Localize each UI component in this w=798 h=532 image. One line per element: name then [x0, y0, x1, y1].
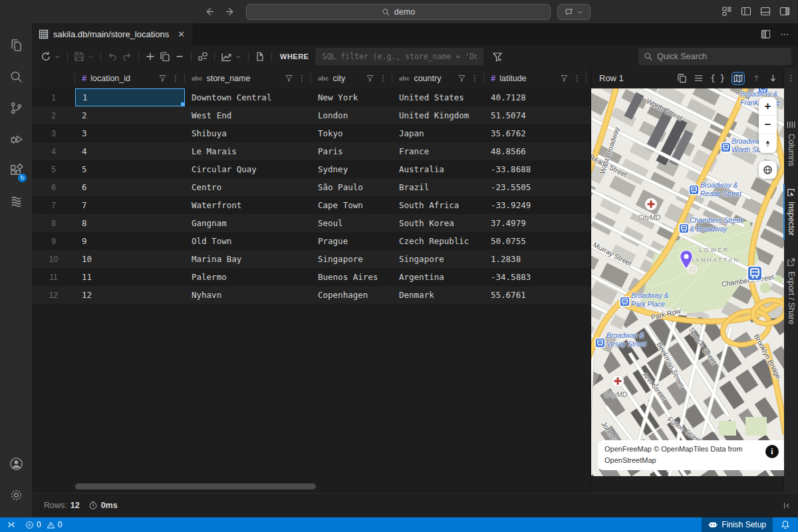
- cell-location_id[interactable]: 1: [75, 88, 185, 106]
- cell-store_name[interactable]: Gangnam: [185, 214, 311, 232]
- cell-latitude[interactable]: 55.6761: [484, 286, 587, 304]
- tab-store-locations[interactable]: sakila.db/main/store_locations ✕: [32, 23, 194, 45]
- refresh-dropdown-icon[interactable]: [52, 51, 63, 63]
- cell-city[interactable]: Cape Town: [311, 196, 392, 214]
- cell-country[interactable]: Argentina: [392, 268, 484, 286]
- database-icon[interactable]: [0, 186, 32, 217]
- cell-location_id[interactable]: 5: [75, 160, 185, 178]
- toggle-sidebar-icon[interactable]: [741, 6, 751, 17]
- extensions-icon[interactable]: ↻: [0, 155, 32, 186]
- duplicate-row-button[interactable]: [158, 49, 172, 64]
- column-header-store_name[interactable]: abcstore_name⋮: [185, 68, 311, 88]
- cell-latitude[interactable]: 1.2838: [484, 250, 587, 268]
- filter-funnel-icon[interactable]: [158, 74, 167, 82]
- attribution-line2[interactable]: OpenStreetMap: [604, 456, 656, 464]
- cell-location_id[interactable]: 4: [75, 142, 185, 160]
- cell-store_name[interactable]: Downtown Central: [185, 88, 311, 106]
- command-center-search[interactable]: demo: [246, 4, 551, 20]
- cell-location_id[interactable]: 2: [75, 106, 185, 124]
- column-header-location_id[interactable]: #location_id⋮: [75, 68, 185, 88]
- save-button[interactable]: [72, 49, 86, 64]
- cell-location_id[interactable]: 3: [75, 124, 185, 142]
- info-icon[interactable]: i: [765, 445, 779, 458]
- zoom-in-button[interactable]: +: [759, 97, 777, 116]
- redo-icon[interactable]: [120, 49, 134, 64]
- cell-store_name[interactable]: Old Town: [185, 232, 311, 250]
- cell-latitude[interactable]: 50.0755: [484, 232, 587, 250]
- sql-filter-input[interactable]: [315, 48, 483, 65]
- problems-indicator[interactable]: 0 0: [21, 517, 66, 532]
- copy-row-icon[interactable]: [677, 73, 687, 83]
- row-number[interactable]: 10: [32, 250, 75, 268]
- cell-store_name[interactable]: Circular Quay: [185, 160, 311, 178]
- cell-country[interactable]: South Korea: [392, 214, 484, 232]
- cell-location_id[interactable]: 6: [75, 178, 185, 196]
- finish-setup-button[interactable]: Finish Setup: [702, 517, 773, 532]
- reorder-columns-icon[interactable]: [196, 49, 210, 64]
- cell-latitude[interactable]: -33.8688: [484, 160, 587, 178]
- row-number[interactable]: 11: [32, 268, 75, 286]
- quick-search-box[interactable]: [638, 48, 791, 65]
- column-menu-icon[interactable]: ⋮: [298, 74, 306, 83]
- cell-latitude[interactable]: -33.9249: [484, 196, 587, 214]
- cell-city[interactable]: Prague: [311, 232, 392, 250]
- cell-store_name[interactable]: Shibuya: [185, 124, 311, 142]
- remote-indicator[interactable]: [0, 517, 21, 532]
- cell-latitude[interactable]: 40.7128: [484, 88, 587, 106]
- more-actions-icon[interactable]: ⋯: [780, 29, 789, 39]
- undo-icon[interactable]: [105, 49, 120, 64]
- filter-funnel-icon[interactable]: [366, 74, 374, 82]
- toggle-secondary-sidebar-icon[interactable]: [779, 6, 790, 17]
- customize-layout-icon[interactable]: [722, 6, 732, 17]
- row-number[interactable]: 6: [32, 178, 75, 196]
- settings-gear-icon[interactable]: [0, 479, 32, 511]
- cell-country[interactable]: United States: [392, 88, 484, 106]
- cell-country[interactable]: Australia: [392, 160, 484, 178]
- cell-country[interactable]: United Kingdom: [392, 106, 484, 124]
- cell-city[interactable]: São Paulo: [311, 178, 392, 196]
- column-header-latitude[interactable]: #latitude⋮: [484, 68, 587, 88]
- notifications-bell-icon[interactable]: [773, 520, 798, 529]
- collapse-panel-icon[interactable]: [781, 501, 791, 511]
- row-number[interactable]: 1: [32, 88, 75, 106]
- cell-city[interactable]: New York: [311, 88, 392, 106]
- column-menu-icon[interactable]: ⋮: [471, 74, 479, 83]
- list-view-icon[interactable]: [694, 73, 704, 83]
- account-icon[interactable]: [0, 448, 32, 479]
- cell-store_name[interactable]: Palermo: [185, 268, 311, 286]
- cell-city[interactable]: Buenos Aires: [311, 268, 392, 286]
- row-number[interactable]: 3: [32, 124, 75, 142]
- export-icon[interactable]: [253, 49, 267, 64]
- zoom-out-button[interactable]: −: [759, 116, 777, 134]
- map-view-icon[interactable]: [732, 72, 745, 85]
- row-number[interactable]: 5: [32, 160, 75, 178]
- cell-location_id[interactable]: 10: [75, 250, 185, 268]
- cell-location_id[interactable]: 11: [75, 268, 185, 286]
- cell-latitude[interactable]: 51.5074: [484, 106, 587, 124]
- column-menu-icon[interactable]: ⋮: [379, 74, 387, 83]
- add-row-button[interactable]: [143, 49, 158, 64]
- column-header-city[interactable]: abccity⋮: [311, 68, 392, 88]
- row-number[interactable]: 9: [32, 232, 75, 250]
- side-tab-columns[interactable]: Columns: [786, 120, 796, 166]
- cell-location_id[interactable]: 12: [75, 286, 185, 304]
- cell-city[interactable]: Paris: [311, 142, 392, 160]
- cell-store_name[interactable]: West End: [185, 106, 311, 124]
- row-number[interactable]: 8: [32, 214, 75, 232]
- source-control-icon[interactable]: [0, 92, 32, 124]
- row-number[interactable]: 12: [32, 286, 75, 304]
- row-number[interactable]: 4: [32, 142, 75, 160]
- copilot-chat-button[interactable]: [557, 4, 591, 20]
- row-number[interactable]: 7: [32, 196, 75, 214]
- cell-location_id[interactable]: 9: [75, 232, 185, 250]
- map-view[interactable]: LOWERMANHATTAN West BroadwayWorth Street…: [591, 88, 784, 476]
- cell-country[interactable]: Brazil: [392, 178, 484, 196]
- delete-row-button[interactable]: [172, 49, 187, 64]
- filter-funnel-icon[interactable]: [458, 74, 466, 82]
- chart-button[interactable]: [219, 49, 234, 65]
- side-tab-export-share[interactable]: Export / Share: [786, 257, 796, 325]
- explorer-icon[interactable]: [0, 30, 32, 61]
- cell-location_id[interactable]: 8: [75, 214, 185, 232]
- forward-arrow-icon[interactable]: [225, 6, 236, 17]
- cell-country[interactable]: South Africa: [392, 196, 484, 214]
